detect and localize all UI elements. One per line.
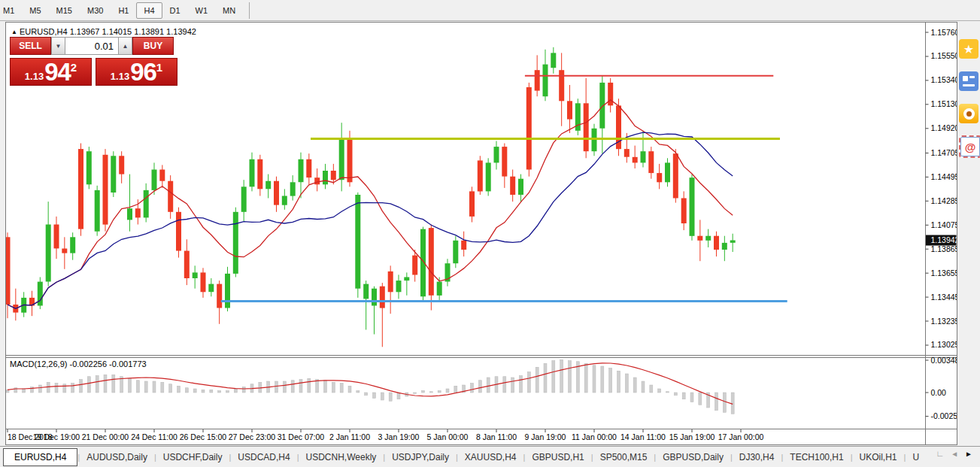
svg-text:1.15760: 1.15760 [931, 28, 957, 37]
tab-scroll-right-icon[interactable]: ► [965, 450, 972, 458]
one-click-trading-panel: SELL ▼ ▲ BUY 1.13 94 2 1.13 96 1 [10, 37, 177, 86]
volume-decrease-button[interactable]: ▼ [51, 37, 65, 55]
sell-price-panel[interactable]: 1.13 94 2 [10, 58, 92, 86]
svg-text:1.13025: 1.13025 [931, 340, 957, 349]
news-icon-line [969, 76, 975, 78]
macd-indicator-label: MACD(12,26,9) -0.002256 -0.001773 [10, 359, 147, 368]
at-glyph: @ [965, 141, 976, 153]
volume-input[interactable] [65, 37, 118, 55]
svg-text:9 Jan 19:00: 9 Jan 19:00 [525, 432, 566, 441]
mail-at-icon[interactable]: @ [959, 135, 980, 158]
chart-tab-xauusd-h4[interactable]: XAUUSD,H4 [458, 448, 523, 466]
sell-price-main: 94 [44, 59, 71, 85]
sell-price-sup: 2 [71, 61, 77, 74]
chart-tab-sp500-m15[interactable]: SP500,M15 [593, 448, 654, 466]
svg-text:1.14075: 1.14075 [931, 220, 957, 229]
ohlc-high: 1.14015 [102, 27, 132, 36]
svg-text:-0.00253: -0.00253 [931, 411, 957, 420]
svg-text:0.00: 0.00 [931, 388, 947, 397]
price-chart[interactable]: 1.157601.155501.153401.151301.149201.147… [6, 23, 957, 444]
chart-tabs: EURUSD,H4|AUDUSD,Daily|USDCHF,Daily|USDC… [3, 448, 926, 466]
buy-price-main: 96 [130, 59, 156, 85]
svg-text:1.15340: 1.15340 [931, 75, 957, 84]
tab-scroll-left-icon[interactable]: ◄ [951, 450, 958, 458]
svg-text:1.14920: 1.14920 [931, 123, 957, 132]
svg-text:1.13942: 1.13942 [931, 235, 957, 244]
macd-signal-line [8, 363, 733, 405]
svg-text:5 Jan 00:00: 5 Jan 00:00 [427, 432, 469, 441]
volume-increase-button[interactable]: ▲ [118, 37, 132, 55]
chart-tab-dj30-h4[interactable]: DJ30,H4 [733, 448, 781, 466]
svg-text:2 Jan 11:00: 2 Jan 11:00 [329, 432, 370, 441]
svg-text:1.13655: 1.13655 [931, 268, 957, 277]
toolbar-divider [249, 2, 250, 19]
tab-grip-icon: ∟ [936, 449, 944, 458]
sell-button[interactable]: SELL [10, 37, 51, 55]
svg-text:1.13445: 1.13445 [931, 293, 957, 302]
timeframe-button-mn[interactable]: MN [215, 2, 243, 19]
current-price-badge: 1.13942 [926, 235, 957, 246]
svg-text:14 Jan 11:00: 14 Jan 11:00 [620, 432, 666, 441]
svg-text:11 Jan 00:00: 11 Jan 00:00 [572, 432, 617, 441]
timeframe-button-m1[interactable]: M1 [0, 2, 22, 19]
svg-text:1.14705: 1.14705 [931, 148, 957, 157]
mt4-application: M1M5M15M30H1H4D1W1MN 1.157601.155501.153… [0, 0, 980, 467]
timeframe-button-w1[interactable]: W1 [188, 2, 216, 19]
timeframe-button-m15[interactable]: M15 [49, 2, 80, 19]
chart-tab-tech100-h1[interactable]: TECH100,H1 [783, 448, 850, 466]
chart-tab-usdcnh-weekly[interactable]: USDCNH,Weekly [299, 448, 384, 466]
ma-line-slow [8, 132, 733, 308]
svg-text:27 Dec 23:00: 27 Dec 23:00 [229, 432, 276, 441]
chart-window: 1.157601.155501.153401.151301.149201.147… [5, 22, 957, 445]
tab-scroll-controls: ∟ ◄ ► [936, 449, 972, 458]
timeframe-button-d1[interactable]: D1 [162, 2, 188, 19]
chart-tab-eurusd-h4[interactable]: EURUSD,H4 [3, 448, 77, 466]
ohlc-low: 1.13891 [134, 27, 164, 36]
svg-text:21 Dec 00:00: 21 Dec 00:00 [82, 432, 129, 441]
news-icon-line2 [963, 84, 975, 86]
favorites-star-icon[interactable]: ★ [959, 39, 978, 59]
buy-price-prefix: 1.13 [111, 71, 129, 82]
svg-text:3 Jan 19:00: 3 Jan 19:00 [378, 432, 420, 441]
symbol-triangle-icon: ▲ [11, 29, 17, 35]
macd-axis-ticks[interactable]: 0.0034850.00-0.00253 [926, 356, 957, 421]
ma-line-fast [8, 100, 733, 308]
chart-tab-usdchf-daily[interactable]: USDCHF,Daily [156, 448, 229, 466]
timeframe-button-m30[interactable]: M30 [80, 2, 111, 19]
price-axis-ticks[interactable]: 1.157601.155501.153401.151301.149201.147… [926, 28, 957, 350]
chart-title: ▲ EURUSD,H4 1.13967 1.14015 1.13891 1.13… [11, 27, 196, 36]
chart-tab-bar: EURUSD,H4|AUDUSD,Daily|USDCHF,Daily|USDC… [0, 446, 980, 467]
ohlc-close: 1.13942 [166, 27, 196, 36]
chart-tab-gbpusd-h1[interactable]: GBPUSD,H1 [525, 448, 590, 466]
svg-text:8 Jan 11:00: 8 Jan 11:00 [476, 432, 517, 441]
chart-tab-usdcad-h4[interactable]: USDCAD,H4 [231, 448, 296, 466]
timeframe-button-m5[interactable]: M5 [22, 2, 48, 19]
time-axis-labels[interactable]: 18 Dec 201819 Dec 19:0021 Dec 00:0024 De… [8, 429, 764, 441]
chart-tab-u[interactable]: U [906, 448, 926, 466]
sell-price-prefix: 1.13 [25, 71, 44, 82]
svg-text:19 Dec 19:00: 19 Dec 19:00 [33, 432, 80, 441]
side-icon-strip: ★ @ [957, 22, 980, 445]
timeframe-button-h1[interactable]: H1 [111, 2, 136, 19]
weibo-pupil-shape [966, 111, 972, 117]
buy-price-sup: 1 [156, 61, 162, 74]
svg-text:1.13235: 1.13235 [931, 317, 957, 326]
svg-text:1.15130: 1.15130 [931, 99, 957, 108]
weibo-icon[interactable] [959, 104, 978, 123]
buy-price-panel[interactable]: 1.13 96 1 [96, 58, 177, 86]
chart-tab-usdjpy-daily[interactable]: USDJPY,Daily [385, 448, 456, 466]
buy-button[interactable]: BUY [132, 37, 174, 55]
chart-tab-ukoil-h1[interactable]: UKOil,H1 [853, 448, 904, 466]
chart-tab-gbpusd-daily[interactable]: GBPUSD,Daily [656, 448, 730, 466]
timeframe-toolbar: M1M5M15M30H1H4D1W1MN [0, 0, 980, 21]
news-feed-icon[interactable] [959, 71, 978, 91]
chart-tab-audusd-daily[interactable]: AUDUSD,Daily [80, 448, 154, 466]
svg-text:17 Jan 00:00: 17 Jan 00:00 [718, 432, 764, 441]
svg-text:1.13865: 1.13865 [931, 244, 957, 253]
news-icon-block [963, 76, 968, 81]
timeframe-buttons: M1M5M15M30H1H4D1W1MN [0, 2, 243, 19]
svg-text:1.15550: 1.15550 [931, 51, 957, 60]
timeframe-button-h4[interactable]: H4 [136, 2, 162, 19]
svg-text:15 Jan 19:00: 15 Jan 19:00 [669, 432, 715, 441]
weibo-eye-shape [963, 108, 975, 120]
